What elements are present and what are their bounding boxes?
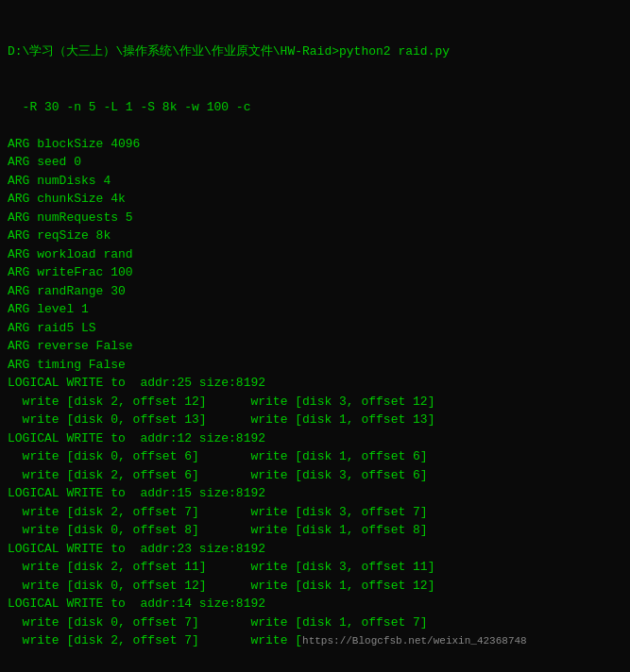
op-line-2-1: write [disk 0, offset 8] write [disk 1, … bbox=[8, 521, 622, 540]
op-line-3-0: write [disk 2, offset 11] write [disk 3,… bbox=[8, 558, 622, 577]
op-line-0-0: write [disk 2, offset 12] write [disk 3,… bbox=[8, 393, 622, 412]
op-line-2-0: write [disk 2, offset 7] write [disk 3, … bbox=[8, 503, 622, 522]
op-header-2: LOGICAL WRITE to addr:15 size:8192 bbox=[8, 484, 622, 503]
arg-line: ARG reverse False bbox=[8, 337, 622, 356]
op-line-1-0: write [disk 0, offset 6] write [disk 1, … bbox=[8, 447, 622, 466]
arg-line: ARG level 1 bbox=[8, 300, 622, 319]
op-header-3: LOGICAL WRITE to addr:23 size:8192 bbox=[8, 540, 622, 559]
watermark: https://Blogcfsb.net/weixin_42368748 bbox=[302, 635, 527, 647]
arg-line: ARG numRequests 5 bbox=[8, 209, 622, 227]
op-line-4-1: write [disk 2, offset 7] write [https://… bbox=[8, 631, 622, 650]
arg-line: ARG seed 0 bbox=[8, 153, 622, 172]
arg-line: ARG chunkSize 4k bbox=[8, 190, 622, 209]
arg-line: ARG reqSize 8k bbox=[8, 227, 622, 245]
arg-line: ARG numDisks 4 bbox=[8, 172, 622, 191]
arg-line: ARG randRange 30 bbox=[8, 282, 622, 301]
prompt-line: D:\学习（大三上）\操作系统\作业\作业原文件\HW-Raid>python2… bbox=[8, 42, 622, 61]
arg-line: ARG blockSize 4096 bbox=[8, 135, 622, 154]
op-header-4: LOGICAL WRITE to addr:14 size:8192 bbox=[8, 595, 622, 613]
op-line-3-1: write [disk 0, offset 12] write [disk 1,… bbox=[8, 577, 622, 596]
op-line-0-1: write [disk 0, offset 13] write [disk 1,… bbox=[8, 411, 622, 429]
op-line-4-0: write [disk 0, offset 7] write [disk 1, … bbox=[8, 613, 622, 632]
op-line-1-1: write [disk 2, offset 6] write [disk 3, … bbox=[8, 466, 622, 485]
operations-section: LOGICAL WRITE to addr:25 size:8192 write… bbox=[8, 374, 622, 650]
terminal: D:\学习（大三上）\操作系统\作业\作业原文件\HW-Raid>python2… bbox=[8, 6, 622, 135]
arg-line: ARG raid5 LS bbox=[8, 319, 622, 338]
op-header-0: LOGICAL WRITE to addr:25 size:8192 bbox=[8, 374, 622, 393]
op-header-1: LOGICAL WRITE to addr:12 size:8192 bbox=[8, 429, 622, 448]
args-section: ARG blockSize 4096ARG seed 0ARG numDisks… bbox=[8, 135, 622, 375]
arg-line: ARG timing False bbox=[8, 356, 622, 375]
arg-line: ARG workload rand bbox=[8, 245, 622, 264]
arg-line: ARG writeFrac 100 bbox=[8, 263, 622, 282]
command-args: -R 30 -n 5 -L 1 -S 8k -w 100 -c bbox=[8, 98, 622, 117]
